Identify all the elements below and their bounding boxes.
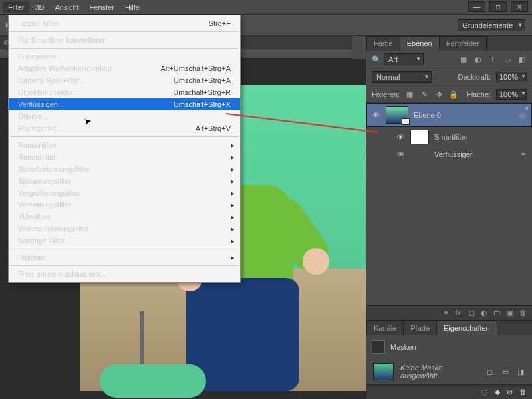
menu-item-filtergalerie[interactable]: Filtergalerie... — [9, 51, 240, 63]
menu-item-label: Digimarc — [18, 253, 47, 261]
menu-item-stilisierungsfilter[interactable]: Stilisierungsfilter — [9, 175, 240, 187]
layer-name: Ebene 0 — [414, 111, 441, 119]
menu-item-label: Renderfilter — [18, 153, 56, 161]
layers-panel: 🔍 Art ▦ ◐ T ▭ ◧ Normal Deckkraft: 100% F… — [366, 51, 532, 320]
menu-item-label: Filtergalerie... — [18, 53, 63, 61]
smartfilters-header[interactable]: 👁 Smartfilter — [366, 127, 532, 147]
load-selection-icon[interactable]: ◌ — [481, 388, 488, 396]
menu-item-videofilter[interactable]: Videofilter — [9, 211, 240, 223]
fill-label: Fläche: — [467, 90, 491, 98]
group-icon[interactable]: 🗀 — [493, 309, 501, 317]
tab-kanaele[interactable]: Kanäle — [366, 321, 404, 335]
properties-panel: Kanäle Pfade Eigenschaften Masken Keine … — [366, 320, 532, 399]
menu-item-weichzeichnungsfilter[interactable]: Weichzeichnungsfilter — [9, 223, 240, 235]
menu-item-adaptive-weitwinkelkorrektur[interactable]: Adaptive Weitwinkelkorrektur...Alt+Umsch… — [9, 63, 240, 74]
menu-item-label: Videofilter — [18, 213, 51, 221]
opacity-label: Deckkraft: — [458, 73, 491, 81]
delete-layer-icon[interactable]: 🗑 — [519, 309, 527, 317]
menu-item-label: Stilisierungsfilter — [18, 177, 71, 185]
disable-mask-icon[interactable]: ⊘ — [507, 388, 513, 396]
vector-mask-icon[interactable]: ▭ — [501, 367, 509, 376]
menu-filter[interactable]: Filter — [3, 1, 29, 13]
menu-item-camera-raw-filter[interactable]: Camera Raw-Filter...Umschalt+Strg+A — [9, 74, 240, 86]
menu-item-label: Sonstige Filter — [18, 237, 65, 245]
preset-select[interactable]: Grundelemente — [458, 19, 525, 31]
blend-mode-select[interactable]: Normal — [372, 71, 432, 83]
menu-hilfe[interactable]: Hilfe — [120, 1, 145, 13]
visibility-icon[interactable]: 👁 — [371, 111, 380, 119]
filter-smart-icon[interactable]: ◧ — [517, 55, 527, 64]
lock-all-icon[interactable]: 🔒 — [449, 90, 458, 99]
menu-item-objektivkorrektur[interactable]: Objektivkorrektur...Umschalt+Strg+R — [9, 86, 240, 98]
menu-item-label: Verzerrungsfilter — [18, 201, 71, 209]
density-icon[interactable]: ◨ — [517, 367, 525, 376]
tab-ebenen[interactable]: Ebenen — [400, 36, 440, 51]
lock-label: Fixieren: — [372, 90, 400, 98]
menu-ansicht[interactable]: Ansicht — [50, 1, 84, 13]
lock-pixels-icon[interactable]: ✎ — [420, 90, 429, 99]
menu-item-label: Objektivkorrektur... — [18, 88, 79, 96]
menu-shortcut: Strg+F — [209, 19, 231, 27]
smartfilters-label: Smartfilter — [434, 133, 467, 141]
smart-object-icon: ◎ — [518, 110, 527, 120]
delete-mask-icon[interactable]: 🗑 — [519, 388, 527, 396]
maximize-button[interactable]: □ — [489, 1, 507, 12]
add-mask-icon[interactable]: ◻ — [469, 309, 475, 317]
filter-shape-icon[interactable]: ▭ — [503, 55, 512, 64]
apply-mask-icon[interactable]: ◆ — [495, 388, 500, 396]
menu-item-vergr-erungsfilter[interactable]: Vergrößerungsfilter — [9, 187, 240, 199]
menu-item-label: Ölfarbe... — [18, 112, 48, 120]
layer-row-ebene0[interactable]: 👁 Ebene 0 ◎ — [366, 103, 532, 127]
filter-mask-thumb[interactable] — [410, 130, 429, 144]
link-layers-icon[interactable]: ⚭ — [443, 309, 449, 317]
menu-item-label: Camera Raw-Filter... — [18, 76, 85, 84]
new-layer-icon[interactable]: ▣ — [507, 309, 513, 317]
menu-item-label: Für Smartfilter konvertieren — [18, 36, 106, 44]
filter-menu: Letzter FilterStrg+FFür Smartfilter konv… — [8, 15, 241, 283]
search-icon: 🔍 — [372, 55, 381, 64]
menu-item-label: Rauschfilter — [18, 141, 57, 149]
tab-pfade[interactable]: Pfade — [403, 321, 437, 335]
pixel-mask-icon[interactable]: ◻ — [485, 367, 494, 376]
menu-item-filter-online-durchsuchen[interactable]: Filter online durchsuchen... — [9, 268, 240, 280]
tab-farbe[interactable]: Farbe — [366, 36, 400, 51]
filter-adjust-icon[interactable]: ◐ — [473, 55, 483, 64]
panel-tabs-top: Farbe Ebenen Farbfelder — [366, 36, 532, 51]
menu-item-lfarbe[interactable]: Ölfarbe... — [9, 110, 240, 122]
menu-item-rauschfilter[interactable]: Rauschfilter — [9, 139, 240, 151]
menu-item-verzerrungsfilter[interactable]: Verzerrungsfilter — [9, 199, 240, 211]
smartfilter-entry[interactable]: 👁 Verflüssigen ≡ — [366, 147, 532, 162]
edit-filter-icon[interactable]: ≡ — [519, 150, 528, 159]
lock-transparent-icon[interactable]: ▦ — [405, 90, 414, 99]
menu-item-label: Weichzeichnungsfilter — [18, 225, 89, 233]
mask-mode-icon[interactable] — [372, 340, 385, 354]
lock-position-icon[interactable]: ✥ — [434, 90, 444, 99]
close-button[interactable]: × — [511, 1, 528, 12]
menu-item-label: Filter online durchsuchen... — [18, 270, 106, 278]
filter-type-icon[interactable]: T — [488, 55, 497, 64]
visibility-icon[interactable]: 👁 — [396, 133, 405, 141]
layers-list: 👁 Ebene 0 ◎ 👁 Smartfilter 👁 Verflüssigen… — [366, 103, 532, 305]
menu-shortcut: Alt+Strg+V — [196, 124, 231, 132]
tab-eigenschaften[interactable]: Eigenschaften — [436, 321, 497, 335]
menu-item-scharfzeichnungsfilter[interactable]: Scharfzeichnungsfilter — [9, 163, 240, 175]
tab-farbfelder[interactable]: Farbfelder — [439, 36, 487, 51]
minimize-button[interactable]: — — [468, 1, 485, 12]
menu-item-f-r-smartfilter-konvertieren: Für Smartfilter konvertieren — [9, 34, 240, 46]
opacity-value[interactable]: 100% — [496, 72, 527, 82]
filter-pixel-icon[interactable]: ▦ — [459, 55, 468, 64]
fx-icon[interactable]: fx. — [455, 309, 463, 317]
menu-fenster[interactable]: Fenster — [84, 1, 120, 13]
menu-item-sonstige-filter[interactable]: Sonstige Filter — [9, 235, 240, 247]
menu-item-fluchtpunkt: Fluchtpunkt...Alt+Strg+V — [9, 122, 240, 134]
menu-item-digimarc[interactable]: Digimarc — [9, 251, 240, 263]
layer-filter-select[interactable]: Art — [384, 53, 424, 65]
visibility-icon[interactable]: 👁 — [396, 150, 405, 158]
fill-value[interactable]: 100% — [496, 89, 527, 100]
adjustment-layer-icon[interactable]: ◐ — [481, 309, 487, 317]
layers-footer: ⚭ fx. ◻ ◐ 🗀 ▣ 🗑 — [366, 305, 532, 320]
layer-thumbnail[interactable] — [386, 106, 408, 124]
menu-3d[interactable]: 3D — [29, 1, 49, 13]
menu-item-renderfilter[interactable]: Renderfilter — [9, 151, 240, 163]
menu-item-verfl-ssigen[interactable]: Verflüssigen...Umschalt+Strg+X — [9, 98, 240, 110]
